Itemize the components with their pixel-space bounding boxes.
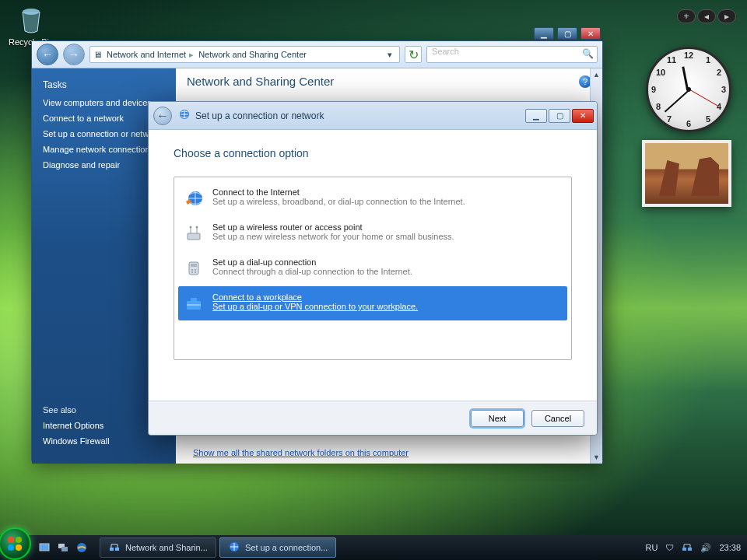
- switch-windows-icon[interactable]: [56, 541, 70, 555]
- wizard-minimize-button[interactable]: ▁: [525, 109, 547, 123]
- option-title: Connect to the Internet: [212, 187, 465, 197]
- wizard-icon: [178, 108, 191, 123]
- svg-point-13: [195, 271, 196, 273]
- svg-rect-26: [115, 548, 119, 551]
- clock-second-hand: [689, 89, 719, 107]
- wizard-maximize-button[interactable]: ▢: [549, 109, 570, 123]
- page-title: Network and Sharing Center: [187, 75, 334, 88]
- svg-rect-15: [191, 298, 197, 301]
- option-workplace[interactable]: Connect to a workplace Set up a dial-up …: [178, 286, 567, 320]
- tray-clock[interactable]: 23:38: [719, 543, 741, 552]
- breadcrumb-item[interactable]: Network and Internet▸: [107, 50, 194, 60]
- tray-security-icon[interactable]: 🛡: [665, 543, 674, 552]
- minimize-button[interactable]: ▁: [534, 27, 554, 40]
- close-button[interactable]: ✕: [580, 27, 601, 40]
- scroll-down-icon[interactable]: ▼: [591, 451, 602, 464]
- next-gadget-button[interactable]: ▸: [717, 9, 736, 23]
- breadcrumb-root-icon: 🖥: [93, 50, 102, 59]
- search-input[interactable]: Search 🔍: [426, 46, 598, 63]
- maximize-button[interactable]: ▢: [557, 27, 577, 40]
- svg-point-12: [191, 271, 193, 273]
- wizard-close-button[interactable]: ✕: [572, 109, 594, 123]
- option-desc: Set up a dial-up or VPN connection to yo…: [212, 302, 418, 311]
- search-placeholder-text: Search: [432, 47, 459, 56]
- connection-option-list: Connect to the Internet Set up a wireles…: [174, 177, 572, 360]
- network-icon: [108, 541, 121, 555]
- taskbar-item-label: Network and Sharin...: [125, 543, 208, 552]
- svg-rect-3: [188, 233, 200, 240]
- sidebar-gadget-controls: + ◂ ▸: [677, 9, 736, 23]
- option-desc: Connect through a dial-up connection to …: [212, 267, 412, 276]
- svg-point-20: [16, 544, 22, 551]
- clock-minute-hand: [665, 89, 690, 113]
- svg-rect-28: [682, 548, 686, 551]
- prev-gadget-button[interactable]: ◂: [697, 9, 716, 23]
- see-also-header: See also: [43, 405, 110, 415]
- option-title: Set up a wireless router or access point: [212, 222, 454, 232]
- show-desktop-icon[interactable]: [37, 541, 51, 555]
- briefcase-icon: [183, 292, 205, 314]
- nav-forward-button[interactable]: →: [63, 44, 85, 65]
- breadcrumb-item[interactable]: Network and Sharing Center: [198, 50, 307, 59]
- taskbar-item-wizard[interactable]: Set up a connection...: [219, 537, 336, 558]
- svg-point-10: [191, 269, 193, 271]
- option-desc: Set up a new wireless network for your h…: [212, 232, 454, 241]
- recycle-bin-icon: [16, 5, 47, 36]
- svg-rect-25: [110, 548, 114, 551]
- svg-point-7: [196, 226, 198, 229]
- wizard-title: Set up a connection or network: [195, 110, 324, 121]
- svg-rect-9: [191, 264, 197, 267]
- shared-folders-link[interactable]: Show me all the shared network folders o…: [193, 448, 409, 457]
- search-icon: 🔍: [582, 48, 594, 59]
- see-also-link[interactable]: Windows Firewall: [43, 436, 110, 446]
- breadcrumb-dropdown[interactable]: ▾: [384, 50, 396, 60]
- add-gadget-button[interactable]: +: [677, 9, 696, 23]
- wizard-subtitle: Choose a connection option: [174, 147, 572, 159]
- tasks-header: Tasks: [43, 79, 167, 90]
- language-indicator[interactable]: RU: [646, 543, 658, 552]
- clock-gadget[interactable]: 12 3 6 9 1 2 4 5 7 8 10 11: [646, 47, 731, 132]
- explorer-toolbar: ← → 🖥 Network and Internet▸ Network and …: [32, 41, 602, 68]
- svg-point-11: [195, 269, 196, 271]
- taskbar-item-label: Set up a connection...: [245, 543, 328, 552]
- svg-point-17: [8, 537, 14, 543]
- breadcrumb[interactable]: 🖥 Network and Internet▸ Network and Shar…: [89, 46, 400, 63]
- scroll-up-icon[interactable]: ▲: [591, 68, 602, 81]
- option-dialup[interactable]: Set up a dial-up connection Connect thro…: [178, 251, 567, 285]
- svg-point-18: [16, 537, 22, 543]
- nav-back-button[interactable]: ←: [37, 44, 58, 65]
- ie-icon[interactable]: [75, 541, 89, 555]
- see-also-link[interactable]: Internet Options: [43, 421, 110, 430]
- connection-wizard-window: ← Set up a connection or network ▁ ▢ ✕ C…: [148, 101, 598, 436]
- svg-rect-29: [688, 548, 692, 551]
- slideshow-gadget[interactable]: [642, 140, 731, 207]
- refresh-button[interactable]: ↻: [405, 46, 422, 63]
- router-icon: [183, 222, 205, 244]
- svg-point-19: [8, 544, 14, 551]
- svg-point-6: [190, 226, 192, 229]
- option-title: Connect to a workplace: [212, 292, 418, 302]
- svg-rect-23: [61, 547, 68, 551]
- next-button[interactable]: Next: [471, 410, 524, 427]
- system-tray: RU 🛡 🔊 23:38: [646, 541, 747, 554]
- taskbar: Network and Sharin... Set up a connectio…: [0, 535, 747, 560]
- cancel-button[interactable]: Cancel: [531, 410, 584, 427]
- taskbar-item-nsc[interactable]: Network and Sharin...: [100, 537, 216, 558]
- tray-volume-icon[interactable]: 🔊: [700, 543, 711, 553]
- wizard-icon: [228, 541, 240, 555]
- phone-icon: [183, 257, 205, 279]
- option-connect-internet[interactable]: Connect to the Internet Set up a wireles…: [178, 181, 567, 215]
- wizard-back-button[interactable]: ←: [153, 107, 172, 125]
- start-button[interactable]: [0, 527, 31, 560]
- option-desc: Set up a wireless, broadband, or dial-up…: [212, 197, 465, 206]
- option-title: Set up a dial-up connection: [212, 257, 412, 267]
- globe-icon: [183, 187, 205, 209]
- tray-network-icon[interactable]: [682, 541, 693, 554]
- svg-rect-21: [40, 544, 49, 551]
- option-wireless-router[interactable]: Set up a wireless router or access point…: [178, 216, 567, 250]
